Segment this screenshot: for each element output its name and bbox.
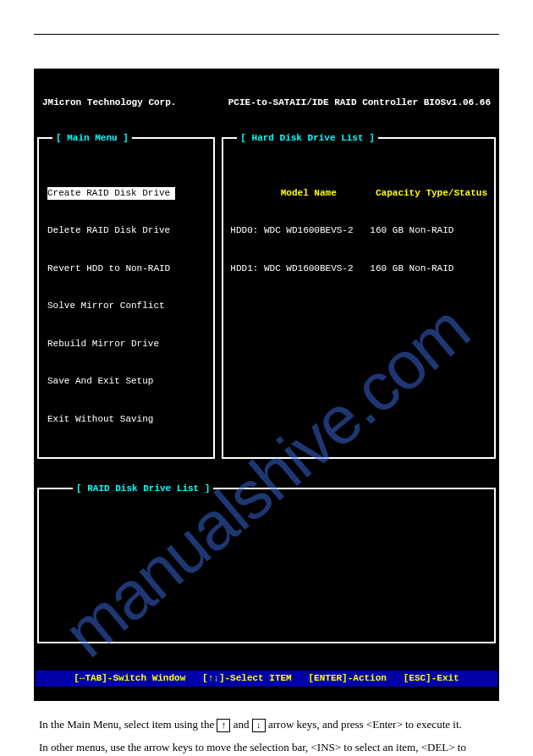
hdd-row: HDD0: WDC WD1600BEVS-2 160 GB Non-RAID (230, 224, 487, 237)
menu-item-save[interactable]: Save And Exit Setup (46, 375, 206, 388)
raid-list-title: [ RAID Disk Drive List ] (73, 483, 213, 495)
menu-item-revert[interactable]: Revert HDD to Non-RAID (46, 262, 206, 275)
menu-item-solve[interactable]: Solve Mirror Conflict (46, 300, 206, 312)
bios-vendor: JMicron Technology Corp. (42, 97, 228, 109)
hdd-column-headings: Model Name Capacity Type/Status (230, 187, 487, 200)
bios-footer-keys: [↔TAB]-Switch Window [↑↓]-Select ITEM [E… (36, 670, 497, 687)
doc-p2: In other menus, use the arrow keys to mo… (39, 739, 494, 756)
raid-list-box: [ RAID Disk Drive List ] (37, 488, 496, 643)
menu-item-rebuild[interactable]: Rebuild Mirror Drive (46, 338, 206, 350)
main-menu-title: [ Main Menu ] (52, 132, 132, 145)
down-arrow-icon: ↓ (252, 719, 266, 732)
bios-screenshot: JMicron Technology Corp. PCIE-to-SATAII/… (34, 69, 499, 701)
up-arrow-icon: ↑ (217, 719, 230, 732)
menu-item-create[interactable]: Create RAID Disk Drive (47, 187, 175, 200)
bios-title: PCIE-to-SATAII/IDE RAID Controller BIOSv… (228, 97, 491, 109)
menu-item-delete[interactable]: Delete RAID Disk Drive (46, 224, 206, 237)
doc-p1c: arrow keys, and press <Enter> to execute… (268, 718, 462, 731)
hdd-row: HDD1: WDC WD1600BEVS-2 160 GB Non-RAID (230, 262, 487, 275)
doc-p1b: and (234, 718, 252, 731)
document-body: In the Main Menu, select item using the … (34, 716, 499, 756)
doc-p1a: In the Main Menu, select item using the (39, 718, 217, 731)
menu-item-exit[interactable]: Exit Without Saving (46, 413, 206, 426)
main-menu-box: [ Main Menu ] Create RAID Disk Drive Del… (37, 137, 215, 459)
hdd-list-title: [ Hard Disk Drive List ] (237, 132, 377, 145)
hdd-list-box: [ Hard Disk Drive List ] Model Name Capa… (222, 137, 496, 459)
